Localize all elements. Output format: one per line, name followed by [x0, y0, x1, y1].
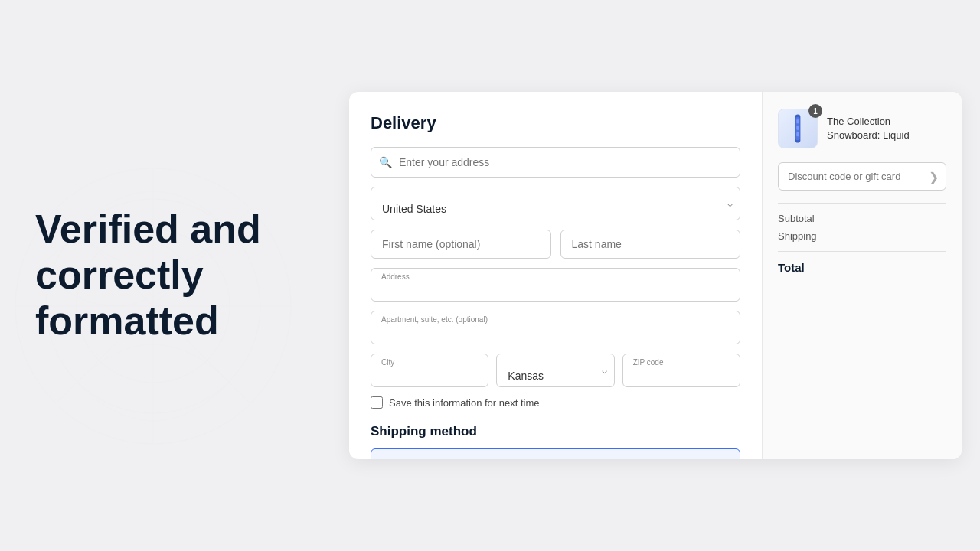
product-quantity-badge: 1 [808, 104, 822, 118]
svg-rect-9 [796, 119, 799, 123]
total-divider [778, 251, 946, 252]
shipping-method-section: Shipping method United states rates $11.… [371, 424, 740, 459]
address-search-input[interactable] [371, 147, 740, 178]
search-icon: 🔍 [379, 156, 392, 168]
discount-input-wrapper: ❯ [778, 162, 946, 191]
last-name-input[interactable] [560, 230, 741, 259]
form-title: Delivery [371, 113, 740, 133]
total-label: Total [778, 261, 805, 274]
discount-arrow-icon: ❯ [929, 169, 939, 184]
snowboard-icon [789, 112, 806, 145]
hero-text-block: Verified and correctly formatted [35, 207, 311, 344]
address-search-wrapper: 🔍 [371, 147, 740, 178]
country-select-wrapper: United States Canada United Kingdom ⌵ [371, 187, 740, 220]
zip-field-group: ZIP code 67620 [622, 354, 740, 387]
shipping-method-title: Shipping method [371, 424, 740, 439]
save-info-label: Save this information for next time [389, 397, 540, 409]
city-field-group: City Humbolt [371, 354, 488, 387]
city-input[interactable]: Humbolt [371, 354, 488, 387]
first-name-field-group [371, 230, 551, 259]
product-image-wrapper: 1 [778, 109, 818, 148]
subtotal-row: Subtotal [778, 213, 946, 224]
svg-rect-11 [796, 132, 799, 136]
shipping-summary-label: Shipping [778, 230, 817, 242]
main-card: Delivery 🔍 Country/Region United States … [349, 92, 962, 459]
hero-headline: Verified and correctly formatted [35, 207, 311, 344]
country-field-group: Country/Region United States Canada Unit… [371, 187, 740, 220]
country-select[interactable]: United States Canada United Kingdom [371, 187, 740, 220]
state-field-group: State Kansas Alabama California New York… [496, 354, 614, 387]
summary-divider [778, 203, 946, 204]
state-select[interactable]: Kansas Alabama California New York Texas [496, 354, 614, 387]
product-name: The Collection Snowboard: Liquid [827, 115, 946, 142]
order-summary: 1 The Collection Snowboard: Liquid ❯ Sub… [763, 92, 962, 459]
total-row: Total [778, 261, 946, 274]
last-name-field-group [560, 230, 741, 259]
name-row [371, 230, 740, 259]
product-row: 1 The Collection Snowboard: Liquid [778, 109, 946, 148]
state-select-wrapper: Kansas Alabama California New York Texas… [496, 354, 614, 387]
apartment-field-group: Apartment, suite, etc. (optional) Ste 1 [371, 311, 740, 344]
address-field-group: Address 1234 E Main St [371, 268, 740, 302]
city-state-zip-row: City Humbolt State Kansas Alabama Califo… [371, 354, 740, 387]
save-info-checkbox[interactable] [371, 396, 383, 409]
svg-rect-10 [796, 126, 799, 130]
subtotal-label: Subtotal [778, 213, 815, 224]
delivery-form: Delivery 🔍 Country/Region United States … [349, 92, 763, 459]
address-input[interactable]: 1234 E Main St [371, 268, 740, 302]
save-info-row: Save this information for next time [371, 396, 740, 409]
zip-input[interactable]: 67620 [622, 354, 740, 387]
first-name-input[interactable] [371, 230, 551, 259]
shipping-option-item[interactable]: United states rates $11.00 [371, 448, 740, 459]
discount-input[interactable] [778, 162, 946, 191]
shipping-row: Shipping [778, 230, 946, 242]
apartment-input[interactable]: Ste 1 [371, 311, 740, 344]
